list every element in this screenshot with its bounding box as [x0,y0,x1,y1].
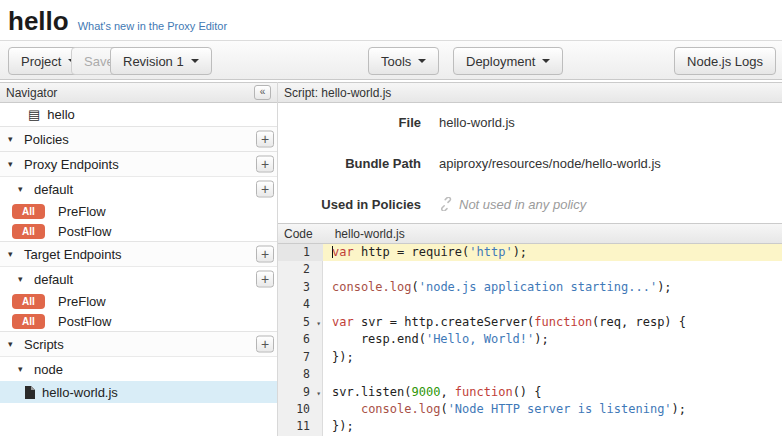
nav-item-label: Policies [24,132,69,147]
proxy-editor-page: hello What's new in the Proxy Editor Pro… [0,0,782,437]
code-line-10[interactable]: 10 console.log('Node HTTP server is list… [278,401,782,418]
nav-item-postflow[interactable]: AllPostFlow [0,311,277,331]
nav-item-policies[interactable]: ▾Policies+ [0,126,277,151]
disclosure-triangle-icon[interactable]: ▾ [8,339,20,349]
code-token: function [455,385,513,399]
nav-item-hello[interactable]: ▤hello [0,103,277,126]
disclosure-triangle-icon[interactable]: ▾ [18,364,30,374]
add-button[interactable]: + [256,181,274,198]
disclosure-triangle-icon[interactable]: ▾ [8,159,20,169]
nav-item-label: PostFlow [58,314,111,329]
code-token: 'Hello, World!' [426,332,534,346]
code-line-text: resp.end('Hello, World!'); [323,331,782,348]
add-button[interactable]: + [256,131,274,148]
bundle-path-row: Bundle Path apiproxy/resources/node/hell… [278,152,782,174]
code-line-text: }); [323,418,782,435]
line-number: 5▾ [278,314,323,331]
code-line-4[interactable]: 4 [278,296,782,313]
nav-item-default[interactable]: ▾default+ [0,176,277,201]
add-button[interactable]: + [256,246,274,263]
code-line-9[interactable]: 9▾svr.listen(9000, function() { [278,384,782,401]
nav-item-preflow[interactable]: AllPreFlow [0,291,277,311]
code-line-11[interactable]: 11}); [278,418,782,435]
nav-item-postflow[interactable]: AllPostFlow [0,221,277,241]
code-panel-header: Code hello-world.js [278,223,782,244]
nav-item-target-endpoints[interactable]: ▾Target Endpoints+ [0,241,277,266]
whats-new-link[interactable]: What's new in the Proxy Editor [78,20,227,32]
disclosure-triangle-icon[interactable]: ▾ [18,274,30,284]
code-token [332,402,361,416]
disclosure-triangle-icon[interactable]: ▾ [18,184,30,194]
code-line-5[interactable]: 5▾var svr = http.createServer(function(r… [278,314,782,331]
code-line-text [323,261,782,278]
nav-item-label: Scripts [24,337,64,352]
flow-condition-badge: All [12,224,45,239]
fold-toggle-icon[interactable]: ▾ [316,315,321,332]
line-number: 6 [278,331,323,348]
used-in-policies-value: Not used in any policy [439,197,586,212]
nav-item-hello-world-js[interactable]: hello-world.js [0,381,277,403]
code-line-7[interactable]: 7}); [278,349,782,366]
code-lines: 1var http = require('http');23console.lo… [278,244,782,436]
code-token: ( [411,280,418,294]
page-title: hello [8,4,69,38]
used-in-policies-label: Used in Policies [278,197,421,212]
toolbar: Project Save Revision 1 Tools Deployment… [0,40,782,80]
code-header-label: Code [284,227,313,241]
script-detail: File hello-world.js Bundle Path apiproxy… [278,103,782,223]
add-button[interactable]: + [256,336,274,353]
code-line-2[interactable]: 2 [278,261,782,278]
script-detail-panel: Script: hello-world.js File hello-world.… [277,82,782,436]
code-token: var [332,245,354,259]
code-line-8[interactable]: 8 [278,366,782,383]
nav-item-scripts[interactable]: ▾Scripts+ [0,331,277,356]
deployment-button-label: Deployment [466,54,535,69]
nav-item-label: Proxy Endpoints [24,157,119,172]
revision-button[interactable]: Revision 1 [110,47,212,75]
file-label: File [278,115,421,130]
code-line-text: svr.listen(9000, function() { [323,384,782,401]
tools-button[interactable]: Tools [368,47,439,75]
chevron-double-left-icon: « [260,86,266,97]
code-token: console.log [332,280,411,294]
code-filename: hello-world.js [335,227,405,241]
code-line-text: }); [323,349,782,366]
line-number: 4 [278,296,323,313]
code-token: ); [657,280,671,294]
code-token: http = require( [354,245,470,259]
nav-item-proxy-endpoints[interactable]: ▾Proxy Endpoints+ [0,151,277,176]
code-token: , [440,385,454,399]
code-line-3[interactable]: 3console.log('node.js application starti… [278,279,782,296]
fold-toggle-icon[interactable]: ▾ [316,385,321,402]
nav-item-label: default [34,182,73,197]
line-number: 3 [278,279,323,296]
code-token: 9000 [411,385,440,399]
add-button[interactable]: + [256,271,274,288]
navigator-tree: ▤hello▾Policies+▾Proxy Endpoints+▾defaul… [0,103,277,436]
line-number: 1 [278,244,323,261]
deployment-button[interactable]: Deployment [453,47,563,75]
nav-item-node[interactable]: ▾node [0,356,277,381]
script-panel-header: Script: hello-world.js [278,82,782,103]
tools-button-label: Tools [381,54,411,69]
used-in-policies-text: Not used in any policy [459,197,586,212]
code-line-1[interactable]: 1var http = require('http'); [278,244,782,261]
disclosure-triangle-icon[interactable]: ▾ [8,134,20,144]
code-token: }); [332,350,354,364]
flow-condition-badge: All [12,314,45,329]
nodejs-logs-button[interactable]: Node.js Logs [674,47,776,75]
code-token: 'Node HTTP server is listening' [448,402,672,416]
code-line-6[interactable]: 6 resp.end('Hello, World!'); [278,331,782,348]
code-editor[interactable]: 1var http = require('http');23console.lo… [278,244,782,436]
code-line-text [323,296,782,313]
add-button[interactable]: + [256,156,274,173]
nav-item-default[interactable]: ▾default+ [0,266,277,291]
disclosure-triangle-icon[interactable]: ▾ [8,249,20,259]
collapse-sidebar-button[interactable]: « [254,85,271,100]
code-token: var [332,315,354,329]
flow-condition-badge: All [12,204,45,219]
nav-item-preflow[interactable]: AllPreFlow [0,201,277,221]
bundle-path-value: apiproxy/resources/node/hello-world.js [439,156,661,171]
line-number: 2 [278,261,323,278]
code-token: 'http' [469,245,512,259]
